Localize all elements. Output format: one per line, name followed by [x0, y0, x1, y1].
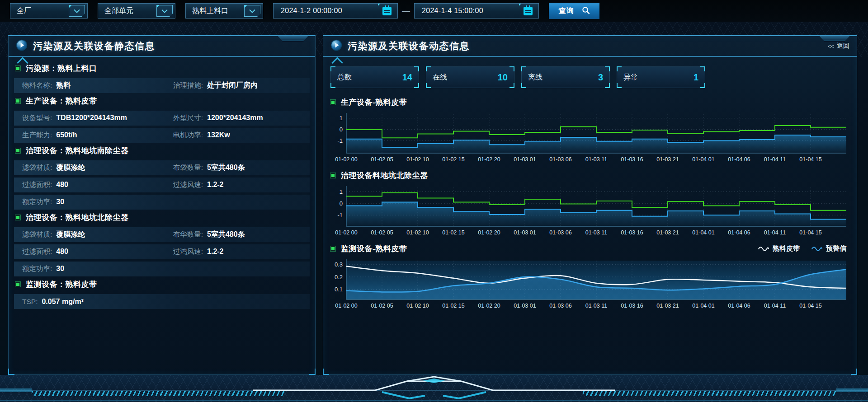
field-value: 132Kw	[207, 131, 230, 139]
static-panel-header: 污染源及关联设备静态信息	[9, 36, 315, 57]
svg-text:01-04 06: 01-04 06	[728, 303, 750, 309]
table-row: 物料名称:熟料治理措施:处于封闭厂房内	[14, 78, 310, 93]
field-value: 熟料	[56, 81, 71, 90]
chart-block-production: 生产设备-熟料皮带 10-101-02 0001-02 0501-02 1001…	[323, 91, 857, 164]
svg-text:01-03 16: 01-03 16	[621, 229, 643, 236]
toolbar: 全厂 全部单元 熟料上料口 2024-1-2 00:00:00	[0, 0, 868, 22]
section-header-label: 监测设备：熟料皮带	[26, 279, 97, 290]
table-row: 过滤面积:480过鸿风速:1.2-2	[14, 244, 310, 259]
svg-text:01-04 06: 01-04 06	[728, 229, 750, 236]
green-square-icon	[330, 246, 336, 252]
svg-text:01-02 20: 01-02 20	[478, 303, 500, 309]
chevron-down-icon[interactable]	[244, 5, 260, 17]
green-square-icon	[15, 98, 21, 104]
chart-monitor-equipment: 0.30.20.101-02 0001-02 0501-02 1001-02 1…	[330, 257, 851, 310]
source-select-value: 熟料上料口	[192, 6, 228, 16]
calendar-icon[interactable]	[520, 5, 536, 17]
corner-bracket	[617, 83, 622, 88]
table-row: 设备型号:TDB1200*204143mm外型尺寸:1200*204143mm	[14, 111, 310, 126]
svg-text:01-04 01: 01-04 01	[692, 156, 714, 163]
chart-title-monitor: 监测设备-熟料皮带 熟料皮带 预警信	[330, 237, 850, 257]
legend-item-warning[interactable]: 预警信	[811, 244, 846, 253]
field-label: 额定功率:	[22, 197, 52, 207]
static-info-list: 污染源：熟料上料口物料名称:熟料治理措施:处于封闭厂房内生产设备：熟料皮带设备型…	[9, 57, 315, 309]
dynamic-panel-header: 污染源及关联设备动态信息 << 返回	[323, 36, 857, 57]
stat-label: 离线	[528, 73, 542, 82]
stat-label: 总数	[337, 73, 352, 82]
field-cell: 滤袋材质:覆膜涤纶	[22, 230, 173, 239]
svg-text:01-02 05: 01-02 05	[371, 156, 393, 163]
green-square-icon	[330, 173, 336, 178]
corner-bracket	[323, 369, 329, 375]
svg-text:01-02 05: 01-02 05	[371, 303, 393, 309]
field-cell: 额定功率:30	[22, 197, 173, 207]
svg-text:01-02 10: 01-02 10	[406, 303, 429, 309]
svg-text:01-02 20: 01-02 20	[478, 156, 500, 163]
section-header: 监测设备：熟料皮带	[9, 276, 315, 292]
svg-text:01-03 01: 01-03 01	[514, 156, 536, 163]
field-label: 滤袋材质:	[22, 230, 52, 239]
plant-select[interactable]: 全厂	[10, 3, 88, 19]
chart-treatment-equipment: 10-101-02 0001-02 0501-02 1001-02 1501-0…	[330, 184, 851, 237]
field-cell: TSP:0.057 mg/m³	[22, 298, 173, 306]
corner-bracket	[700, 66, 705, 71]
source-select[interactable]: 熟料上料口	[185, 3, 263, 19]
svg-text:0: 0	[340, 200, 343, 207]
field-cell: 外型尺寸:1200*204143mm	[173, 113, 302, 123]
corner-bracket	[330, 66, 335, 71]
svg-text:0.2: 0.2	[335, 274, 343, 280]
query-button-label: 查询	[558, 6, 575, 16]
chevron-down-icon[interactable]	[156, 5, 173, 17]
section-header: 生产设备：熟料皮带	[9, 93, 315, 108]
wavy-line-icon	[811, 246, 822, 251]
field-label: 布袋数量:	[173, 163, 203, 173]
plant-select-value: 全厂	[17, 6, 31, 16]
svg-text:01-02 15: 01-02 15	[442, 229, 464, 236]
section-header-label: 治理设备：熟料地坑北除尘器	[26, 212, 129, 223]
svg-text:01-03 01: 01-03 01	[514, 229, 536, 236]
end-datetime-value: 2024-1-4 15:00:00	[422, 7, 483, 15]
footer-decoration	[0, 375, 868, 402]
green-square-icon	[15, 215, 21, 220]
svg-text:0: 0	[340, 126, 343, 133]
corner-bracket	[330, 83, 335, 88]
chevron-down-icon[interactable]	[69, 5, 85, 17]
end-datetime-input[interactable]: 2024-1-4 15:00:00	[414, 3, 539, 19]
field-cell: 设备型号:TDB1200*204143mm	[22, 113, 173, 123]
field-cell: 额定功率:30	[22, 264, 173, 274]
chart-block-treatment: 治理设备料地坑北除尘器 10-101-02 0001-02 0501-02 10…	[323, 164, 857, 237]
corner-bracket	[509, 66, 514, 71]
dynamic-info-panel: 污染源及关联设备动态信息 << 返回 总数14在线10离线3异常1 生产设备-熟…	[323, 35, 857, 375]
chart-block-monitor: 监测设备-熟料皮带 熟料皮带 预警信 0.30.20.101-02 0001-0…	[323, 237, 857, 310]
chart-legend: 熟料皮带 预警信	[758, 244, 850, 253]
svg-text:01-03 21: 01-03 21	[656, 303, 679, 309]
svg-text:01-02 15: 01-02 15	[442, 303, 464, 309]
back-arrows-icon: <<	[828, 43, 834, 50]
svg-text:01-03 16: 01-03 16	[621, 303, 643, 309]
unit-select[interactable]: 全部单元	[98, 3, 175, 19]
svg-text:01-03 16: 01-03 16	[621, 156, 643, 163]
stat-card: 离线3	[521, 66, 610, 88]
svg-text:1: 1	[340, 115, 343, 122]
stat-value: 1	[693, 72, 698, 83]
back-button[interactable]: << 返回	[828, 42, 849, 50]
corner-bracket	[700, 83, 705, 88]
start-datetime-input[interactable]: 2024-1-2 00:00:00	[273, 3, 398, 19]
query-button[interactable]: 查询	[549, 3, 599, 19]
green-square-icon	[330, 99, 336, 105]
field-cell: 布袋数量:5室共480条	[173, 163, 302, 173]
svg-text:01-02 15: 01-02 15	[442, 156, 464, 163]
svg-text:01-03 01: 01-03 01	[514, 303, 536, 309]
corner-bracket	[521, 66, 526, 71]
calendar-icon[interactable]	[379, 5, 395, 17]
corner-bracket	[509, 83, 514, 88]
svg-text:01-03 06: 01-03 06	[549, 303, 571, 309]
field-value: 30	[56, 265, 64, 273]
corner-bracket	[309, 369, 316, 375]
field-value: 5室共480条	[207, 230, 245, 239]
field-value: 30	[56, 198, 64, 206]
dynamic-panel-title: 污染源及关联设备动态信息	[348, 40, 470, 52]
svg-text:01-03 06: 01-03 06	[549, 229, 571, 236]
legend-item-belt[interactable]: 熟料皮带	[758, 244, 800, 253]
svg-text:0.3: 0.3	[335, 261, 343, 268]
